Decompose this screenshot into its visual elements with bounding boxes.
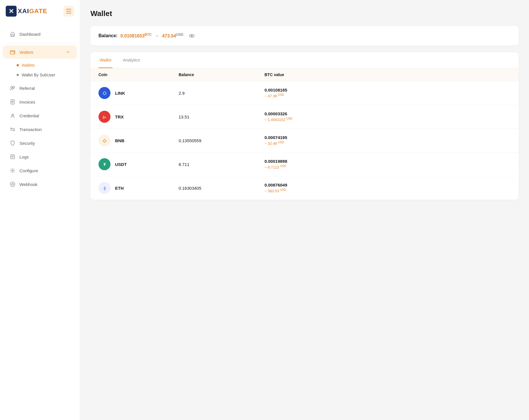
balance-card: Balance: 0.01081653BTC ≈ 473.54USD [90,26,519,45]
btc-main-value: 0.00003326 [264,111,511,116]
header-coin: Coin [98,72,179,77]
sidebar-item-credential[interactable]: Credential [3,109,77,122]
svg-rect-2 [12,34,13,36]
svg-text:⟠: ⟠ [104,186,106,191]
btc-main-value: 0.00108185 [264,88,511,92]
configure-label: Configure [19,168,70,173]
logs-label: Logs [19,154,70,159]
btc-unit: BTC [145,33,152,37]
sidebar: ✕ XAIGATE Dashboard [0,0,80,420]
svg-text:✕: ✕ [9,8,14,15]
tab-analytics[interactable]: Analytics [122,52,141,68]
coin-btc-value: 0.00074195 ~ 32.48 USD [264,135,511,146]
sidebar-item-transaction[interactable]: Transaction [3,123,77,136]
tabs-bar: Wallet Analytics [90,52,519,68]
usd-approx-value: ~ 383.53 USD [264,188,511,193]
btc-main-value: 0.00019898 [264,159,511,164]
approx-symbol: ≈ [156,33,158,38]
svg-point-11 [10,182,15,187]
sidebar-item-invoices[interactable]: Invoices [3,95,77,108]
balance-usd-value: 473.54USD [162,33,183,39]
menu-toggle-button[interactable] [63,6,74,17]
coin-name: TRX [115,114,124,119]
coin-logo-usdt: ₮ [98,158,110,170]
usd-approx-value: ~ 1.4563152 USD [264,117,511,122]
coin-balance: 8.711 [179,162,264,167]
svg-rect-4 [13,52,14,53]
coin-cell: ₮ USDT [98,158,179,170]
webhook-label: Webhook [19,182,70,187]
sidebar-item-security[interactable]: Security [3,136,77,150]
nav-divider-1 [6,43,74,43]
invoice-icon [10,99,15,105]
wallet-panel: Wallet Analytics Coin Balance BTC value … [90,52,519,200]
home-icon [10,31,15,37]
security-label: Security [19,141,70,146]
coin-name: ETH [115,186,124,191]
balance-btc-value: 0.01081653BTC [121,33,152,39]
coin-logo-trx: ▷ [98,111,110,123]
header-balance: Balance [179,72,264,77]
coin-logo-link: ⬡ [98,87,110,99]
svg-text:⬡: ⬡ [103,91,106,96]
coin-btc-value: 0.00108185 ~ 47.36 USD [264,88,511,98]
toggle-balance-button[interactable] [188,32,195,39]
usd-unit: USD [176,33,183,37]
table-row: ⟠ ETH 0.16303405 0.00876049 ~ 383.53 USD [90,176,519,200]
sidebar-item-dashboard[interactable]: Dashboard [3,27,77,41]
dashboard-label: Dashboard [19,32,70,37]
coin-cell: ▷ TRX [98,111,179,123]
svg-text:▷: ▷ [103,115,106,119]
svg-text:◇: ◇ [102,138,107,143]
table-row: ◇ BNB 0.13550559 0.00074195 ~ 32.48 USD [90,129,519,152]
referral-label: Referral [19,86,70,91]
coin-name: BNB [115,138,125,143]
btc-amount: 0.01081653 [121,34,145,39]
coin-name: LINK [115,91,125,96]
usd-amount: 473.54 [162,34,176,39]
transaction-label: Transaction [19,127,70,132]
coin-cell: ◇ BNB [98,134,179,146]
sidebar-subitem-wallet-by-subuser[interactable]: Wallet By SubUser [17,70,80,80]
table-row: ⬡ LINK 2.9 0.00108185 ~ 47.36 USD [90,81,519,105]
inactive-dot [17,74,19,76]
menu-line-1 [66,9,71,9]
header-btc-value: BTC value [264,72,511,77]
coin-balance: 2.9 [179,91,264,96]
svg-point-5 [11,86,13,88]
coin-rows: ⬡ LINK 2.9 0.00108185 ~ 47.36 USD ▷ TRX … [90,81,519,200]
svg-point-8 [12,114,13,116]
page-title: Wallet [90,9,519,18]
credential-icon [10,113,15,118]
active-dot [17,64,19,66]
wallets-label: Wallets [19,50,62,55]
security-icon [10,140,15,146]
credential-label: Credential [19,113,70,118]
sidebar-subitem-wallets[interactable]: Wallets [17,60,80,70]
wallets-sub-label: Wallets [22,63,35,68]
sidebar-item-wallets[interactable]: Wallets [3,45,77,59]
coin-logo-bnb: ◇ [98,134,110,146]
coin-btc-value: 0.00019898 ~ 8.7113 USD [264,159,511,169]
coin-balance: 0.16303405 [179,186,264,191]
coin-logo-eth: ⟠ [98,182,110,194]
coin-balance: 13.51 [179,114,264,119]
balance-label: Balance: [98,33,118,38]
menu-line-3 [66,13,71,13]
invoices-label: Invoices [19,100,70,104]
svg-point-10 [12,170,13,171]
sidebar-item-webhook[interactable]: Webhook [3,178,77,191]
sidebar-item-referral[interactable]: Referral [3,82,77,95]
btc-main-value: 0.00074195 [264,135,511,140]
table-header: Coin Balance BTC value [90,68,519,81]
sidebar-item-logs[interactable]: Logs [3,150,77,163]
sidebar-item-configure[interactable]: Configure [3,164,77,177]
logs-icon [10,154,15,160]
tab-wallet[interactable]: Wallet [98,52,112,68]
coin-btc-value: 0.00003326 ~ 1.4563152 USD [264,111,511,122]
usd-approx-value: ~ 32.48 USD [264,141,511,146]
table-row: ₮ USDT 8.711 0.00019898 ~ 8.7113 USD [90,152,519,176]
wallets-chevron-icon [66,50,70,54]
webhook-icon [10,181,15,187]
main-content: Wallet Balance: 0.01081653BTC ≈ 473.54US… [80,0,529,420]
